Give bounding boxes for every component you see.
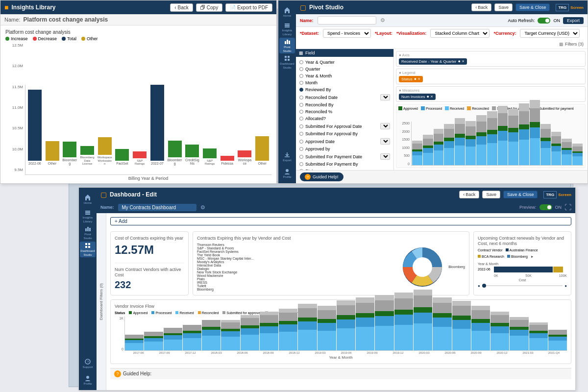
dash-sidebar-insights[interactable]: Insights Library bbox=[80, 208, 96, 224]
field-reconciled-by[interactable]: Reconciled By bbox=[298, 101, 392, 108]
field-submitted-approval-by[interactable]: Submitted For Approval By bbox=[298, 130, 392, 137]
insights-chart-name: Platform cost change analysis bbox=[23, 16, 108, 23]
axis-chip[interactable]: Received Date - Year & Quarter ● × bbox=[399, 58, 467, 65]
field-approved-by[interactable]: Approved by bbox=[298, 146, 392, 152]
dashboard-header: ▢ Dashboard - Edit ‹ Back Save Save & Cl… bbox=[97, 188, 575, 201]
svg-rect-17 bbox=[85, 243, 87, 245]
sidebar-item-home[interactable]: Home bbox=[279, 4, 295, 20]
filter-icon: ▩ bbox=[559, 42, 564, 47]
preview-expand-icon[interactable]: ⛶ bbox=[564, 203, 571, 211]
renewals-legend: Contract Vendor Australian Finance BCA R… bbox=[478, 248, 567, 258]
visualization-select[interactable]: Stacked Column Chart bbox=[430, 29, 490, 38]
dataset-select[interactable]: Spend - Invoices bbox=[323, 29, 371, 38]
contracts-by-vendor-widget: Contracts Expiring this year by Vendor a… bbox=[193, 231, 469, 295]
layout-label: *Layout: bbox=[375, 31, 392, 36]
svg-rect-20 bbox=[88, 246, 90, 248]
pivot-content: ▩ Field Year & Quarter Quarter Year & Mo… bbox=[296, 49, 588, 170]
approved-date-select[interactable]: ▼ bbox=[380, 138, 390, 145]
legend-chip-remove[interactable]: ● × bbox=[414, 77, 420, 81]
dashboard-guided-help-label: Guided Help: bbox=[123, 371, 151, 376]
pivot-save-close-button[interactable]: Save & Close bbox=[515, 3, 550, 11]
field-payment-by[interactable]: Submitted For Payment By bbox=[298, 161, 392, 168]
y-axis: 9.5M 10.0M 10.5M 11.0M 11.5M 12.0M 12.5M bbox=[5, 43, 25, 181]
axis-chip-remove[interactable]: ● × bbox=[458, 59, 465, 64]
bar-sp-ratings-1: S&P Ratings bbox=[131, 151, 148, 166]
insights-panel: ■ Insights Library ‹ Back 🗍 Copy 📄 Expor… bbox=[0, 0, 277, 184]
renewals-h-bar-chart: Year & Month 2022-06 0K 50K bbox=[478, 262, 567, 288]
svg-rect-9 bbox=[288, 59, 290, 61]
legend-chip[interactable]: Status ● × bbox=[399, 76, 423, 82]
measures-chip[interactable]: Num Invoices ● × bbox=[399, 94, 436, 100]
name-settings-icon[interactable]: ⚙ bbox=[380, 17, 385, 24]
dashboard-save-button[interactable]: Save bbox=[482, 191, 500, 198]
back-icon: ‹ bbox=[174, 5, 176, 10]
dash-sidebar-home[interactable]: Home bbox=[80, 192, 96, 207]
sidebar-item-profile[interactable]: Profile bbox=[279, 166, 295, 181]
pivot-right-panel: ● Axis Received Date - Year & Quarter ● … bbox=[394, 49, 588, 170]
field-approved-date[interactable]: Approved Date ▼ bbox=[298, 137, 392, 146]
dashboard-trg-logo: TRG Screen bbox=[543, 191, 571, 198]
guided-help-button[interactable]: ? Guided Help! bbox=[300, 172, 343, 181]
preview-toggle[interactable] bbox=[539, 204, 552, 210]
renewals-slider-left[interactable]: ● bbox=[478, 284, 480, 288]
pivot-name-input[interactable] bbox=[318, 16, 376, 24]
bar-other-1: Other bbox=[44, 141, 61, 166]
stacked-bar-9 bbox=[498, 106, 508, 165]
dashboard-guided-help-bar: ? Guided Help: bbox=[110, 368, 571, 379]
svg-rect-12 bbox=[85, 212, 90, 213]
dash-sidebar-profile[interactable]: Profile bbox=[80, 372, 96, 388]
pivot-main: ▢ Pivot Studio ‹ Back Save Save & Close … bbox=[296, 0, 588, 183]
dashboard-settings-icon[interactable]: ⚙ bbox=[200, 204, 205, 211]
renewals-expand[interactable]: ► bbox=[531, 255, 534, 258]
currency-select[interactable]: Target Currency (USD) bbox=[520, 29, 580, 38]
sidebar-item-dashboard[interactable]: Dashboard Studio bbox=[279, 54, 295, 70]
dashboard-main: ▢ Dashboard - Edit ‹ Back Save Save & Cl… bbox=[97, 188, 575, 390]
copy-button[interactable]: 🗍 Copy bbox=[196, 3, 222, 12]
pivot-back-button[interactable]: ‹ Back bbox=[471, 3, 491, 11]
dash-sidebar-support[interactable]: ? Support bbox=[80, 356, 96, 371]
pivot-header-title: Pivot Studio bbox=[309, 4, 468, 11]
sidebar-item-export[interactable]: Export bbox=[279, 149, 295, 165]
field-allocated[interactable]: Allocated? bbox=[298, 115, 392, 122]
field-month[interactable]: Month bbox=[298, 79, 392, 86]
pie-vendor-labels: Bloomberg bbox=[448, 265, 465, 269]
submitted-approval-date-select[interactable]: ▼ bbox=[380, 123, 390, 129]
field-submitted-approval-date[interactable]: Submitted For Approval Date ▼ bbox=[298, 122, 392, 130]
pivot-save-button[interactable]: Save bbox=[494, 3, 513, 11]
dashboard-save-close-button[interactable]: Save & Close bbox=[503, 191, 538, 198]
invoice-bars-container bbox=[124, 317, 567, 351]
bar-creditsights: CreditSights bbox=[184, 145, 200, 166]
sidebar-item-pivot[interactable]: Pivot Studio bbox=[279, 38, 295, 53]
dash-sidebar-pivot[interactable]: Pivot Studio bbox=[80, 225, 96, 241]
field-quarter[interactable]: Quarter bbox=[298, 66, 392, 73]
stacked-bar-13 bbox=[540, 124, 551, 165]
add-widget-button[interactable]: + Add bbox=[110, 217, 571, 225]
insights-header: ■ Insights Library ‹ Back 🗍 Copy 📄 Expor… bbox=[0, 0, 276, 14]
pivot-export-button[interactable]: Export bbox=[563, 17, 584, 24]
bar-workspace-ws: Workspace Workstation bbox=[97, 137, 113, 166]
dashboard-help-icon: ? bbox=[114, 370, 121, 377]
dash-sidebar-dashboard[interactable]: Dashboard Studio bbox=[80, 242, 96, 257]
filters-section: ▩ Filters (3) bbox=[559, 42, 584, 47]
dashboard-back-button[interactable]: ‹ Back bbox=[459, 191, 479, 198]
export-pdf-button[interactable]: 📄 Export to PDF bbox=[225, 3, 272, 12]
payment-date-select[interactable]: ▼ bbox=[380, 153, 390, 160]
field-year-quarter[interactable]: Year & Quarter bbox=[298, 59, 392, 66]
dashboard-name-input[interactable] bbox=[118, 204, 196, 211]
field-reconciled-pct[interactable]: Reconciled % bbox=[298, 108, 392, 115]
renewals-slider-right[interactable]: ● bbox=[564, 284, 567, 288]
bar-other-2: Other bbox=[254, 136, 270, 166]
reconciled-date-select[interactable]: ▼ bbox=[380, 94, 390, 100]
field-payment-date[interactable]: Submitted For Payment Date ▼ bbox=[298, 152, 392, 161]
back-button[interactable]: ‹ Back bbox=[170, 3, 193, 12]
sidebar-item-insights[interactable]: Insights Library bbox=[279, 21, 295, 37]
stacked-bar-5 bbox=[455, 118, 465, 165]
renewals-slider-handle[interactable] bbox=[482, 284, 486, 288]
svg-rect-14 bbox=[85, 228, 87, 231]
auto-refresh-toggle[interactable] bbox=[538, 18, 550, 24]
field-year-month[interactable]: Year & Month bbox=[298, 73, 392, 79]
measures-drop-zone: ● Measures Num Invoices ● × bbox=[396, 86, 586, 102]
field-reviewed-by[interactable]: Reviewed By bbox=[298, 86, 392, 93]
measures-chip-remove[interactable]: ● × bbox=[426, 95, 433, 99]
field-reconciled-date[interactable]: Reconciled Date ▼ bbox=[298, 93, 392, 101]
